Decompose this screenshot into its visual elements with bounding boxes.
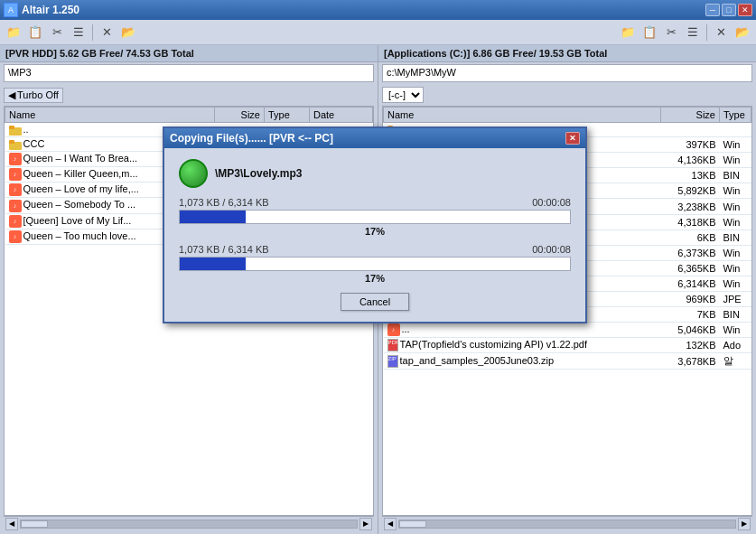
toolbar-separator [92, 24, 93, 41]
dialog-progress-section-1: 1,073 KB / 6,314 KB 00:00:08 17% [179, 197, 571, 237]
open-folder-button[interactable]: 📁 [4, 23, 23, 42]
close-button[interactable]: ✕ [738, 4, 752, 16]
main-toolbar: 📁 📋 ✂ ☰ ✕ 📂 📁 📋 ✂ ☰ ✕ 📂 [0, 20, 756, 45]
col-type-right: Type [720, 108, 751, 123]
progress-bar-1 [179, 210, 571, 224]
svg-rect-3 [9, 140, 14, 144]
left-scrollbar[interactable]: ◀ ▶ [4, 516, 374, 530]
delete-right-button[interactable]: ✕ [711, 23, 731, 42]
table-row[interactable]: ZIPtap_and_samples_2005June03.zip3,678KB… [384, 353, 751, 370]
dialog-file-row: \MP3\Lovely.mp3 [179, 159, 571, 188]
right-scroll-left[interactable]: ◀ [384, 518, 397, 530]
progress-label-2: 17% [179, 273, 571, 284]
move-right-button[interactable]: ✂ [661, 23, 681, 42]
progress-bar-1-fill [180, 211, 246, 223]
dialog-title-bar: Copying File(s)...... [PVR <-- PC] ✕ [164, 128, 585, 148]
left-scroll-left[interactable]: ◀ [5, 518, 18, 530]
copy-button[interactable]: 📋 [25, 23, 45, 42]
dialog-body: \MP3\Lovely.mp3 1,073 KB / 6,314 KB 00:0… [164, 148, 585, 322]
toolbar-separator-2 [706, 24, 707, 41]
table-row[interactable]: ♪...5,046KBWin [384, 323, 751, 338]
col-name-right: Name [384, 108, 661, 123]
window-controls: ─ □ ✕ [705, 4, 752, 16]
window-title: Altair 1.250 [22, 4, 79, 16]
restore-button[interactable]: □ [722, 4, 736, 16]
left-scroll-right[interactable]: ▶ [359, 518, 372, 530]
left-panel-path[interactable]: \MP3 [4, 64, 374, 82]
right-drive-bar: [-c-] [-d-] [-e-] [378, 84, 756, 106]
right-scroll-track[interactable] [398, 520, 736, 529]
turbo-button[interactable]: ◀ Turbo Off [4, 88, 63, 103]
right-scroll-thumb[interactable] [399, 520, 426, 528]
new-folder-right-button[interactable]: 📂 [733, 23, 752, 42]
title-bar: A Altair 1.250 ─ □ ✕ [0, 0, 756, 20]
list-right-button[interactable]: ☰ [683, 23, 703, 42]
dialog-stats-2: 1,073 KB / 6,314 KB 00:00:08 [179, 244, 571, 255]
left-scroll-track[interactable] [20, 520, 358, 529]
dialog-stats-2-right: 00:00:08 [532, 244, 571, 255]
dialog-stats-1-left: 1,073 KB / 6,314 KB [179, 197, 269, 208]
open-folder-right-button[interactable]: 📁 [618, 23, 638, 42]
dialog-progress-section-2: 1,073 KB / 6,314 KB 00:00:08 17% [179, 244, 571, 284]
right-drive-select[interactable]: [-c-] [-d-] [-e-] [382, 87, 424, 103]
list-button[interactable]: ☰ [69, 23, 89, 42]
col-size-left: Size [215, 108, 265, 123]
right-scrollbar[interactable]: ◀ ▶ [382, 516, 752, 530]
col-size-right: Size [661, 108, 720, 123]
right-panel-header: [Applications (C:)] 6.86 GB Free/ 19.53 … [378, 45, 756, 62]
move-button[interactable]: ✂ [47, 23, 67, 42]
delete-button[interactable]: ✕ [97, 23, 117, 42]
dialog-close-button[interactable]: ✕ [565, 132, 580, 145]
dialog-title-text: Copying File(s)...... [PVR <-- PC] [170, 132, 333, 145]
left-scroll-thumb[interactable] [21, 520, 48, 528]
svg-rect-1 [9, 126, 14, 129]
dialog-buttons: Cancel [179, 293, 571, 311]
cancel-button[interactable]: Cancel [341, 293, 409, 311]
new-folder-button[interactable]: 📂 [118, 23, 138, 42]
left-panel-toolbar: ◀ Turbo Off [0, 84, 378, 106]
file-ball-icon [179, 159, 208, 188]
right-panel-path[interactable]: c:\MyMP3\MyW [382, 64, 752, 82]
col-date-left: Date [310, 108, 373, 123]
dialog-stats-1-right: 00:00:08 [532, 197, 571, 208]
col-name-left: Name [5, 108, 215, 123]
progress-label-1: 17% [179, 226, 571, 237]
dialog-filename: \MP3\Lovely.mp3 [215, 167, 302, 180]
table-row[interactable]: PDFTAP(Tropfield's customizing API) v1.2… [384, 338, 751, 353]
minimize-button[interactable]: ─ [705, 4, 720, 16]
progress-bar-2 [179, 257, 571, 271]
dialog-stats-2-left: 1,073 KB / 6,314 KB [179, 244, 269, 255]
turbo-label: Turbo Off [17, 89, 59, 100]
copy-right-button[interactable]: 📋 [639, 23, 659, 42]
turbo-arrow-icon: ◀ [8, 89, 15, 101]
dialog-stats-1: 1,073 KB / 6,314 KB 00:00:08 [179, 197, 571, 208]
right-scroll-right[interactable]: ▶ [738, 518, 751, 530]
col-type-left: Type [265, 108, 310, 123]
app-icon: A [4, 3, 18, 17]
copy-dialog: Copying File(s)...... [PVR <-- PC] ✕ \MP… [163, 126, 587, 323]
left-panel-header: [PVR HDD] 5.62 GB Free/ 74.53 GB Total [0, 45, 378, 62]
progress-bar-2-fill [180, 258, 246, 270]
